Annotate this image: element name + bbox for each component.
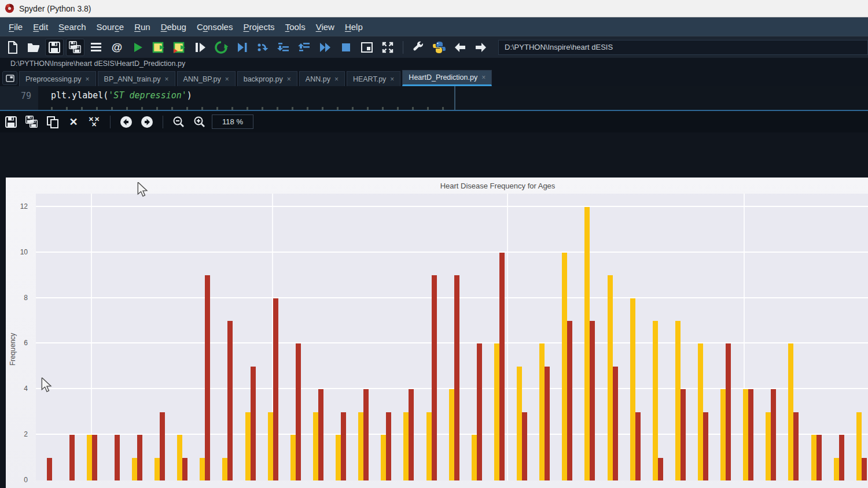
- open-file-button[interactable]: [24, 39, 43, 56]
- outline-explorer-button[interactable]: [87, 39, 105, 56]
- next-plot-button[interactable]: [138, 114, 156, 130]
- window-layout-button[interactable]: [358, 39, 376, 56]
- window-title: Spyder (Python 3.8): [19, 4, 91, 13]
- menu-edit[interactable]: Edit: [28, 19, 53, 35]
- zoom-in-icon: [193, 115, 207, 129]
- menu-run[interactable]: Run: [129, 19, 156, 35]
- re-run-button[interactable]: [212, 39, 230, 56]
- run-file-button[interactable]: [128, 39, 147, 56]
- editor-tab-bar: Preprocessing.py×BP_ANN_train.py×ANN_BP.…: [0, 69, 868, 86]
- close-tab-icon[interactable]: ×: [225, 75, 229, 83]
- forward-button[interactable]: [472, 39, 490, 56]
- menu-debug[interactable]: Debug: [156, 19, 192, 35]
- tab-label: HeartD_Prediction.py: [409, 73, 477, 82]
- bar: [613, 367, 618, 480]
- menu-view[interactable]: View: [311, 19, 340, 35]
- menu-search[interactable]: Search: [53, 19, 91, 35]
- save-plot-button[interactable]: [2, 114, 20, 130]
- tab-Preprocessing.py[interactable]: Preprocessing.py×: [19, 71, 96, 86]
- back-button[interactable]: [451, 39, 469, 56]
- bar: [182, 458, 187, 480]
- bar: [477, 343, 482, 480]
- save-all-plots-button[interactable]: [23, 114, 41, 130]
- step-into-icon: [277, 40, 290, 54]
- maximize-pane-icon: [381, 40, 395, 54]
- bar: [793, 412, 799, 480]
- tab-label: Preprocessing.py: [25, 75, 82, 83]
- next-plot-icon: [140, 115, 154, 129]
- debug-file-button[interactable]: [233, 39, 251, 56]
- new-file-button[interactable]: [3, 39, 22, 56]
- previous-plot-button[interactable]: [117, 114, 135, 130]
- menu-projects[interactable]: Projects: [238, 19, 279, 35]
- tab-ANN_BP.py[interactable]: ANN_BP.py×: [177, 71, 236, 86]
- tab-backprop.py[interactable]: backprop.py×: [237, 71, 297, 86]
- new-file-icon: [6, 40, 20, 54]
- step-out-button[interactable]: [295, 39, 314, 56]
- close-tab-icon[interactable]: ×: [481, 73, 486, 82]
- save-icon: [47, 40, 61, 54]
- close-tab-icon[interactable]: ×: [334, 75, 339, 83]
- bar: [313, 412, 318, 480]
- menu-file[interactable]: File: [3, 19, 28, 35]
- continue-execution-button[interactable]: [316, 39, 334, 56]
- bar: [200, 458, 205, 480]
- bar: [160, 412, 165, 480]
- stop-debug-icon: [339, 40, 353, 54]
- run-cell-button[interactable]: [149, 39, 168, 56]
- bar: [653, 321, 658, 480]
- stop-debug-button[interactable]: [337, 39, 355, 56]
- zoom-out-button[interactable]: [170, 114, 187, 130]
- close-tab-icon[interactable]: ×: [287, 75, 291, 83]
- tab-HeartD_Prediction.py[interactable]: HeartD_Prediction.py×: [402, 70, 492, 86]
- browse-tabs-button[interactable]: [2, 71, 17, 85]
- bar: [499, 253, 505, 480]
- bar: [472, 435, 477, 480]
- y-tick-label: 8: [10, 294, 28, 302]
- save-button[interactable]: [45, 39, 64, 56]
- menu-help[interactable]: Help: [340, 19, 368, 35]
- step-over-icon: [256, 40, 270, 54]
- working-directory-input[interactable]: D:\PYTHON\Inspire\heart dESIS: [498, 40, 868, 55]
- column-guide: [454, 86, 455, 110]
- save-all-button[interactable]: [66, 39, 84, 56]
- forward-icon: [474, 40, 488, 54]
- symbol-finder-button[interactable]: @: [108, 39, 126, 56]
- menu-tools[interactable]: Tools: [280, 19, 311, 35]
- remove-plot-button[interactable]: ✕: [65, 114, 82, 130]
- bar: [726, 343, 731, 480]
- close-tab-icon[interactable]: ×: [86, 75, 90, 83]
- bar: [358, 412, 363, 480]
- zoom-in-button[interactable]: [191, 114, 208, 130]
- run-cell-advance-button[interactable]: [170, 39, 189, 56]
- tab-BP_ANN_train.py[interactable]: BP_ANN_train.py×: [98, 71, 175, 86]
- maximize-pane-button[interactable]: [378, 39, 397, 56]
- close-tab-icon[interactable]: ×: [165, 75, 169, 83]
- step-over-button[interactable]: [253, 39, 272, 56]
- bar: [522, 412, 527, 480]
- spyder-window: Spyder (Python 3.8) FileEditSearchSource…: [0, 0, 868, 488]
- preferences-button[interactable]: [409, 39, 428, 56]
- bar: [517, 367, 522, 480]
- close-tab-icon[interactable]: ×: [390, 75, 394, 83]
- chart-plot-area: [36, 194, 868, 480]
- bar: [562, 253, 567, 480]
- bar: [811, 435, 816, 480]
- bar: [296, 343, 301, 480]
- copy-plot-button[interactable]: [44, 114, 61, 130]
- save-all-plots-icon: [25, 115, 39, 129]
- run-selection-button[interactable]: [191, 39, 209, 56]
- menu-source[interactable]: Source: [91, 19, 130, 35]
- bar: [816, 435, 822, 480]
- step-into-button[interactable]: [274, 39, 293, 56]
- menu-consoles[interactable]: Consoles: [192, 19, 238, 35]
- bar: [403, 412, 409, 480]
- code-editor[interactable]: 79 plt.ylabel('ST depression'): [0, 86, 868, 110]
- remove-all-plots-button[interactable]: ✕✕✕: [86, 114, 103, 130]
- tab-ANN.py[interactable]: ANN.py×: [299, 71, 345, 86]
- tab-label: ANN.py: [306, 75, 330, 83]
- bar: [137, 435, 142, 480]
- re-run-icon: [214, 40, 228, 54]
- python-env-button[interactable]: [430, 39, 448, 56]
- tab-HEART.py[interactable]: HEART.py×: [347, 71, 400, 86]
